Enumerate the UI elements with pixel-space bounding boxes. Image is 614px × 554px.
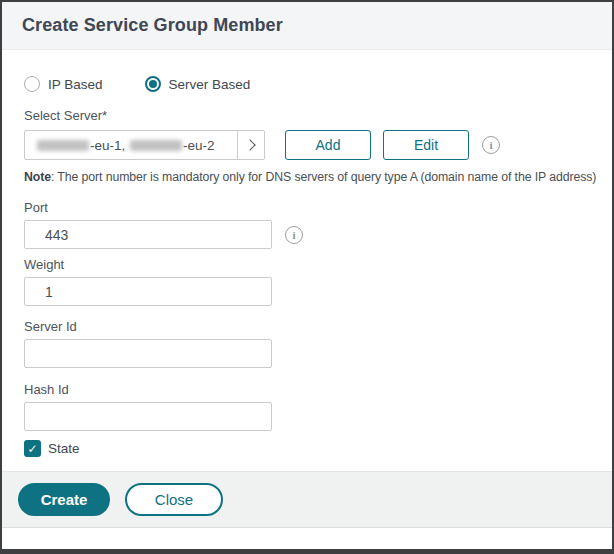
- radio-server-based-label: Server Based: [169, 77, 251, 92]
- redacted-server-name-1: [37, 140, 89, 151]
- port-label: Port: [24, 200, 612, 215]
- hash-id-row: [24, 402, 612, 431]
- state-checkbox[interactable]: ✓: [24, 440, 41, 457]
- select-server-row: -eu-1, -eu-2 Add Edit i: [24, 130, 612, 160]
- dialog-body: IP Based Server Based Select Server* -eu…: [2, 50, 612, 457]
- add-button[interactable]: Add: [285, 130, 371, 160]
- port-input[interactable]: [24, 220, 272, 249]
- port-row: i: [24, 220, 612, 249]
- info-icon[interactable]: i: [482, 136, 500, 154]
- create-button[interactable]: Create: [18, 483, 110, 516]
- redacted-server-name-2: [130, 140, 182, 151]
- close-button[interactable]: Close: [125, 483, 223, 516]
- weight-label: Weight: [24, 257, 612, 272]
- bottom-border-bar: [2, 549, 612, 552]
- chevron-right-icon: [244, 139, 255, 150]
- create-service-group-member-dialog: Create Service Group Member IP Based Ser…: [0, 0, 614, 554]
- open-selector-button[interactable]: [237, 131, 264, 159]
- info-icon[interactable]: i: [285, 226, 303, 244]
- dialog-title: Create Service Group Member: [22, 15, 283, 36]
- server-id-label: Server Id: [24, 319, 612, 334]
- radio-ip-based-label: IP Based: [48, 77, 103, 92]
- select-server-field[interactable]: -eu-1, -eu-2: [24, 130, 265, 160]
- port-note: Note: The port number is mandatory only …: [24, 170, 612, 184]
- radio-ip-based[interactable]: IP Based: [24, 76, 103, 92]
- server-name-suffix-2: -eu-2: [183, 138, 215, 153]
- radio-server-based[interactable]: Server Based: [145, 76, 251, 92]
- bottom-spacer: [2, 528, 612, 549]
- hash-id-label: Hash Id: [24, 382, 612, 397]
- check-icon: ✓: [27, 443, 37, 455]
- server-id-input[interactable]: [24, 339, 272, 368]
- select-server-label: Select Server*: [24, 108, 612, 123]
- radio-unchecked-icon[interactable]: [24, 76, 40, 92]
- select-server-value[interactable]: -eu-1, -eu-2: [25, 131, 237, 159]
- member-type-radio-group: IP Based Server Based: [24, 75, 612, 93]
- weight-row: [24, 277, 612, 306]
- radio-checked-icon[interactable]: [145, 76, 161, 92]
- server-name-suffix-1: -eu-1,: [90, 138, 125, 153]
- dialog-header: Create Service Group Member: [2, 2, 612, 50]
- note-prefix: Note: [24, 170, 51, 184]
- state-label: State: [48, 441, 80, 456]
- note-text: : The port number is mandatory only for …: [51, 170, 596, 184]
- state-row: ✓ State: [24, 440, 612, 457]
- weight-input[interactable]: [24, 277, 272, 306]
- server-id-row: [24, 339, 612, 368]
- dialog-footer: Create Close: [2, 471, 612, 528]
- hash-id-input[interactable]: [24, 402, 272, 431]
- edit-button[interactable]: Edit: [383, 130, 469, 160]
